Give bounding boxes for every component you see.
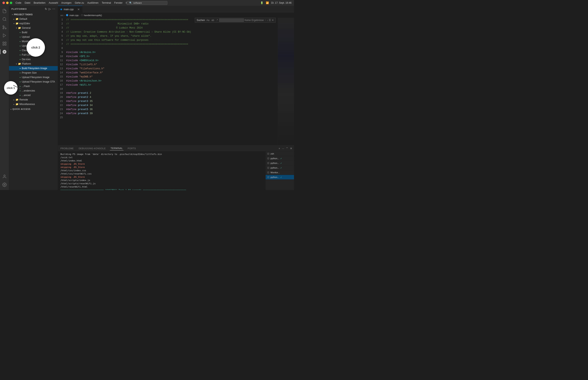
sidebar-tree: ▾ PROJECT TASKS ▸ 📁 Default ▾ 📁 esp32dev… [9,11,58,190]
editor-main[interactable]: 1 // ===================================… [58,18,278,145]
tab-debugging[interactable]: DEBUGGING-KONSOLE [78,146,106,151]
sidebar-item-miscellaneous[interactable]: ▸ 📁 Miscellaneous [9,102,58,106]
search-placeholder: software [133,2,142,4]
next-result-icon[interactable]: ↓ [267,19,268,22]
tab-main-cpp[interactable]: main.cpp ✕ [58,6,83,13]
sidebar-item-build[interactable]: ● Build [9,30,58,35]
tasks-icon[interactable]: ▷ [49,7,51,11]
sidebar-item-default[interactable]: ▸ 📁 Default [9,17,58,21]
sidebar-item-upload-monitor[interactable]: ● Upload and Monit... [9,44,58,48]
maximize-button[interactable] [10,2,12,4]
folder-icon: 📁 [16,18,19,20]
sidebar-item-esp32dev[interactable]: ▾ 📁 esp32dev [9,21,58,26]
line-content: #include <ArduinoJson.h> [66,79,278,83]
sidebar-item-general[interactable]: ▾ 📁 General [9,26,58,30]
refresh-icon[interactable]: ↻ [45,7,47,11]
terminal-panel-item-python3[interactable]: ⊡ python... ✓ [266,166,294,170]
activity-run[interactable] [1,32,8,39]
task-dot-icon: ● [20,95,21,96]
menu-bearbeiten[interactable]: Bearbeiten [34,1,45,4]
activity-settings[interactable] [1,181,8,188]
list-results-icon[interactable]: ☰ [269,19,271,22]
global-search-bar[interactable]: 🔍 software [126,1,168,5]
prev-result-icon[interactable]: ↑ [265,19,266,22]
sidebar-item-upload-filesystem[interactable]: ● Upload Filesystem Image [9,75,58,79]
code-line: 21 #define preset3 35 [58,99,278,103]
svg-rect-8 [3,44,4,45]
activity-source-control[interactable] [1,24,8,31]
line-number: 22 [58,103,66,107]
sidebar-item-flash[interactable]: ● ...Flash [9,84,58,89]
add-terminal-icon[interactable]: + [278,147,280,150]
sidebar-item-remote[interactable]: ▸ 📁 Remote [9,97,58,102]
sidebar-item-build-filesystem[interactable]: ● Build Filesystem Image [9,66,58,71]
sidebar-item-advanced[interactable]: ● ...anced [9,93,58,97]
activity-search[interactable] [1,16,8,23]
activity-platformio[interactable] [1,48,8,56]
sidebar-item-program-size[interactable]: ● Program Size [9,71,58,75]
menu-terminal[interactable]: Terminal [102,1,111,4]
terminal-panel-item-python4[interactable]: ⊡ python... ✓ [266,175,294,180]
terminal-icon: ⊡ [267,171,269,174]
sidebar-item-upload[interactable]: ● Upload [9,35,58,39]
activity-account[interactable] [1,173,8,180]
breadcrumb-file[interactable]: main.cpp [69,14,79,17]
sidebar-title: PLATFORMIO [11,8,27,10]
sidebar-item-dependencies[interactable]: ● ...endencies [9,89,58,93]
tab-dot-icon [61,9,62,10]
quick-access-section[interactable]: ▸ QUICK ACCESS [9,106,58,111]
terminal-icon: ⊡ [267,176,269,179]
tab-close-icon[interactable]: ✕ [77,8,80,11]
close-search-icon[interactable]: ✕ [272,19,274,22]
activity-files[interactable] [1,7,8,15]
terminal-line: /html/css/index.css [61,169,263,172]
sidebar-item-upload-filesystem-ota[interactable]: ● Upload Filesystem Image OTA [9,79,58,84]
terminal-panel-item-monitor[interactable]: ⊡ Monitor... [266,170,294,175]
whole-word-icon[interactable]: ab [211,19,215,22]
sidebar-item-monitor[interactable]: ● Monitor [9,39,58,44]
tab-terminal[interactable]: TERMINAL [110,146,124,151]
menu-gehe-zu[interactable]: Gehe zu [75,1,84,4]
section-project-tasks[interactable]: ▾ PROJECT TASKS [9,12,58,17]
menu-datei[interactable]: Datei [25,1,30,4]
sidebar-item-clean[interactable]: ● Clean [9,48,58,53]
maximize-terminal-icon[interactable]: ⌃ [286,147,288,150]
terminal-header-controls: + ··· ⌃ ✕ [278,147,292,150]
case-sensitive-icon[interactable]: Aa [206,19,210,22]
menu-code[interactable]: Code [16,1,21,4]
search-input[interactable] [219,19,244,22]
check-icon: ✓ [280,162,282,164]
line-number: 16 [58,79,66,83]
terminal-panel-label: zsh [271,152,274,155]
close-button[interactable] [2,2,5,4]
tab-ports[interactable]: PORTS [127,146,137,151]
code-line: 12 #include "LittleFS.h" [58,63,278,67]
menu-anzeigen[interactable]: Anzeigen [61,1,71,4]
regex-icon[interactable]: .* [216,19,218,22]
activity-extensions[interactable] [1,40,8,47]
terminal-panel-item-python2[interactable]: ⊡ python... ✓ [266,161,294,166]
menu-fenster[interactable]: Fenster [114,1,123,4]
line-content: #define preset1 2 [66,91,278,95]
terminal-panel-item-zsh[interactable]: ⊡ zsh [266,152,294,156]
tab-probleme[interactable]: PROBLEME [60,146,75,151]
menu-auswahl[interactable]: Auswahl [49,1,58,4]
check-icon: ✓ [280,176,282,178]
line-content: #include "myDAB.h" [66,75,278,79]
sidebar-item-platform[interactable]: ▾ 📁 Platform [9,62,58,66]
more-terminal-icon[interactable]: ··· [282,147,284,150]
more-icon[interactable]: ··· [52,7,55,11]
minimize-button[interactable] [6,2,9,4]
line-content: #include <Arduino.h> [66,50,278,55]
terminal-panel-item-python1[interactable]: ⊡ python... ✓ [266,156,294,161]
menu-ausfuehren[interactable]: Ausführen [87,1,99,4]
line-number: 21 [58,99,66,103]
sidebar-item-full-clean[interactable]: ● Full Clean [9,53,58,57]
sidebar-item-devices[interactable]: ● Devices [9,57,58,62]
minimap [278,18,294,145]
line-number: 18 [58,87,66,91]
terminal-content[interactable]: Building FS image from 'data' directory … [58,152,265,190]
code-line: 10 #include <SPI.h> [58,55,278,58]
close-terminal-icon[interactable]: ✕ [290,147,292,150]
breadcrumb-function[interactable]: handleInterruptA() [84,14,102,17]
